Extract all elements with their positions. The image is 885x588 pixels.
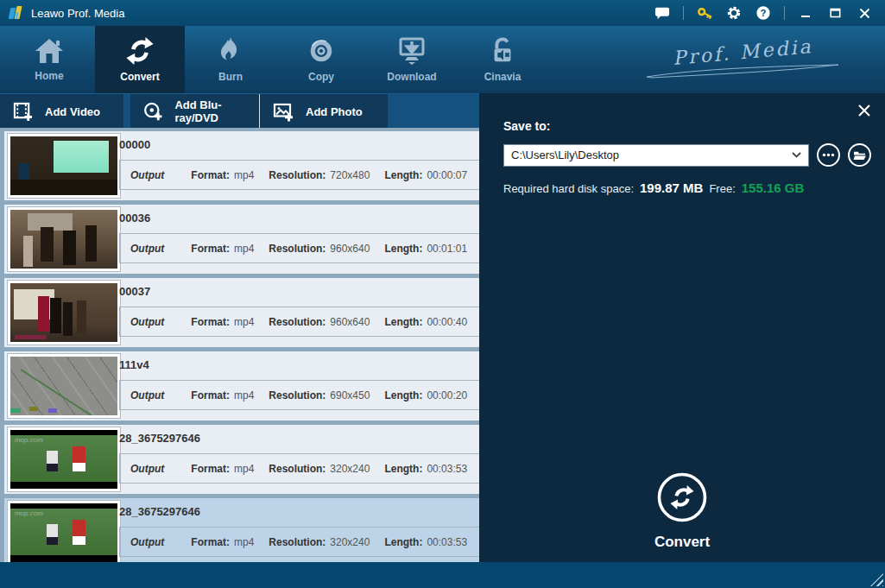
title-bar: Leawo Prof. Media ? (0, 0, 885, 26)
settings-gear-icon (726, 5, 742, 21)
tab-burn[interactable]: Burn (186, 26, 275, 93)
panel-close-icon[interactable] (857, 104, 873, 119)
resize-grip[interactable] (870, 573, 883, 586)
tab-copy[interactable]: Copy (276, 26, 366, 93)
format-value: mp4 (234, 463, 254, 475)
save-path-select[interactable]: C:\Users\Lily\Desktop (503, 144, 809, 167)
length-value: 00:00:20 (427, 389, 467, 401)
main-navigation: Home Convert Burn Copy (0, 26, 885, 93)
free-space-value: 155.16 GB (742, 180, 805, 195)
output-label: Output (130, 389, 164, 401)
leawo-logo-icon (9, 6, 24, 20)
minimize-icon[interactable] (797, 4, 814, 22)
resolution-value: 320x240 (330, 536, 370, 548)
prof-media-brand: Prof. Media (639, 41, 846, 82)
chevron-down-icon (792, 152, 801, 158)
resolution-value: 690x450 (330, 389, 370, 401)
save-to-label: Save to: (503, 119, 885, 133)
tab-cinavia[interactable]: Cinavia (458, 26, 547, 93)
maximize-icon (830, 8, 841, 18)
add-photo-button[interactable]: Add Photo (260, 94, 388, 129)
video-title: 28_3675297646 (119, 432, 200, 445)
output-label: Output (130, 463, 164, 475)
tab-download[interactable]: Download (367, 26, 457, 93)
add-photo-label: Add Photo (306, 105, 363, 118)
video-thumbnail (8, 354, 120, 418)
tab-label: Cinavia (484, 71, 522, 83)
resolution-value: 720x480 (330, 169, 370, 181)
toolbar-spacer (388, 94, 479, 128)
convert-button[interactable]: Convert (479, 471, 885, 551)
close-icon (857, 104, 871, 117)
length-value: 00:03:53 (427, 536, 467, 548)
length-value: 00:01:01 (427, 243, 467, 255)
list-item[interactable]: 00037 Output Format:mp4 Resolution:960x6… (4, 278, 479, 347)
folder-icon (853, 150, 866, 161)
video-thumbnail (8, 134, 120, 198)
video-info-row: Output Format:mp4 Resolution:690x450 Len… (119, 380, 479, 410)
message-icon (654, 6, 670, 21)
video-info-row: Output Format:mp4 Resolution:320x240 Len… (119, 453, 479, 484)
browse-folder-button[interactable] (817, 143, 840, 167)
video-list: 00000 Output Format:mp4 Resolution:720x4… (0, 128, 479, 562)
help-icon[interactable]: ? (755, 4, 772, 22)
video-thumbnail (8, 281, 120, 345)
output-label: Output (130, 536, 164, 548)
save-path-value: C:\Users\Lily\Desktop (511, 149, 792, 161)
required-space-value: 199.87 MB (640, 180, 703, 195)
list-item[interactable]: 111v4 Output Format:mp4 Resolution:690x4… (4, 351, 479, 420)
add-photo-icon (273, 102, 294, 122)
tab-label: Convert (120, 71, 159, 83)
open-folder-button[interactable] (848, 143, 871, 167)
format-value: mp4 (234, 536, 254, 548)
video-info-row: Output Format:mp4 Resolution:320x240 Len… (119, 527, 479, 557)
list-item-selected[interactable]: mop.com 28_3675297646 Output Format:mp4 … (4, 498, 479, 562)
close-icon[interactable] (856, 4, 873, 22)
tab-home[interactable]: Home (4, 26, 94, 93)
thumbnail-art: mop.com (10, 430, 117, 489)
toolbar: Add Video Add Blu-ray/DVD Add Photo (0, 93, 479, 128)
copy-icon (307, 36, 336, 66)
video-thumbnail: mop.com (8, 501, 120, 562)
tab-label: Home (35, 70, 63, 82)
video-thumbnail (8, 207, 120, 271)
length-value: 00:00:40 (427, 316, 467, 328)
download-icon (396, 36, 427, 66)
add-bluray-icon (143, 101, 162, 122)
list-item[interactable]: 00000 Output Format:mp4 Resolution:720x4… (4, 131, 479, 200)
thumbnail-art (10, 357, 117, 415)
tab-label: Burn (218, 71, 243, 83)
resolution-value: 960x640 (330, 316, 370, 328)
add-video-button[interactable]: Add Video (0, 94, 123, 129)
required-space-label: Required hard disk space: (503, 182, 634, 195)
output-label: Output (130, 169, 164, 181)
format-value: mp4 (234, 389, 254, 401)
list-item[interactable]: mop.com 28_3675297646 Output Format:mp4 … (4, 425, 479, 494)
add-bluray-dvd-button[interactable]: Add Blu-ray/DVD (130, 94, 259, 129)
thumbnail-art (10, 136, 117, 195)
tab-convert[interactable]: Convert (95, 26, 185, 93)
register-key-icon (697, 6, 713, 21)
video-info-row: Output Format:mp4 Resolution:720x480 Len… (119, 160, 479, 190)
svg-text:?: ? (761, 8, 767, 18)
list-item[interactable]: 00036 Output Format:mp4 Resolution:960x6… (4, 205, 479, 274)
maximize-icon[interactable] (826, 4, 844, 22)
format-value: mp4 (234, 169, 254, 181)
register-key-icon[interactable] (696, 4, 713, 22)
titlebar-divider (784, 6, 785, 20)
add-video-icon (13, 102, 33, 122)
add-video-label: Add Video (45, 105, 100, 118)
convert-button-label: Convert (479, 534, 885, 551)
burn-icon (216, 36, 245, 66)
length-value: 00:03:53 (427, 463, 467, 475)
message-icon[interactable] (654, 4, 671, 22)
help-icon: ? (755, 5, 771, 21)
format-value: mp4 (234, 316, 254, 328)
thumbnail-art (10, 210, 117, 269)
video-title: 111v4 (119, 358, 149, 371)
video-info-row: Output Format:mp4 Resolution:960x640 Len… (119, 307, 479, 337)
home-icon (34, 37, 65, 65)
resolution-value: 960x640 (330, 243, 370, 255)
settings-gear-icon[interactable] (725, 4, 743, 22)
video-title: 00036 (119, 212, 150, 224)
